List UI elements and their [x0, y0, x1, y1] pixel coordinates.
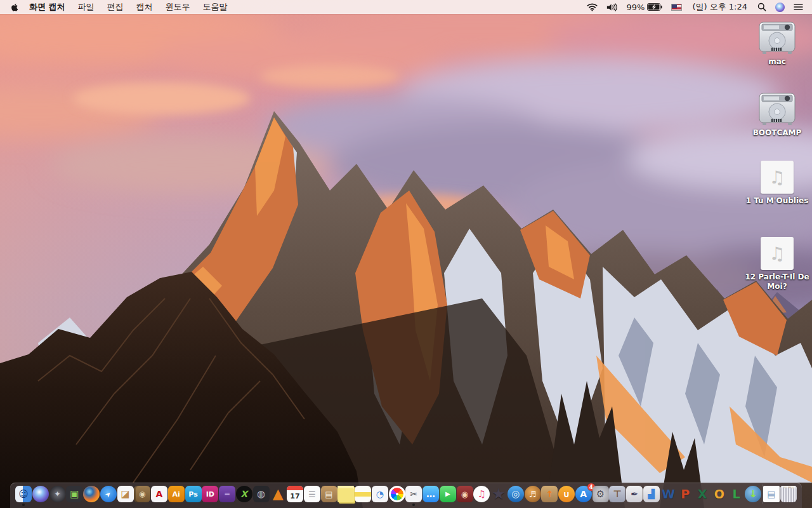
archive-box-glyph: ▤	[325, 490, 332, 498]
mission-control-icon[interactable]: ▣	[66, 486, 82, 502]
menu-app-name[interactable]: 화면 캡처	[23, 0, 72, 14]
facetime-icon[interactable]: ▶	[440, 486, 456, 502]
dock-divider	[762, 485, 763, 504]
app-store-icon[interactable]: A4	[575, 486, 592, 502]
menu-item-3[interactable]: 윈도우	[159, 2, 197, 11]
menu-item-1[interactable]: 편집	[101, 2, 130, 11]
photoshop-icon[interactable]: Ps	[185, 486, 202, 502]
launchpad-glyph: ✦	[54, 490, 60, 498]
xld-icon[interactable]: X	[236, 486, 252, 502]
spotlight-icon[interactable]	[755, 0, 769, 14]
word-icon[interactable]: W	[660, 486, 677, 502]
trash-icon[interactable]	[780, 486, 797, 502]
menu-item-4[interactable]: 도움말	[197, 2, 234, 11]
photoshop-glyph: Ps	[188, 491, 197, 498]
dock: ☺✦▣➤◪◉AAiPsID═X◍▲17☰▤◔✂…▶◉♫★◎♬↑∪A4⚙⊤✒▟WP…	[10, 483, 802, 508]
safari-icon[interactable]: ➤	[100, 486, 117, 502]
menu-item-0[interactable]: 파일	[72, 2, 101, 11]
acrobat-icon[interactable]: A	[151, 486, 167, 502]
xld-glyph: X	[240, 490, 247, 498]
reminders-icon[interactable]: ☰	[304, 486, 320, 502]
itunes-glyph: ♫	[478, 490, 486, 499]
battery-charging-icon	[647, 3, 662, 11]
calendar-icon[interactable]: 17	[287, 486, 303, 502]
powerpoint-glyph: P	[681, 488, 690, 500]
installer-icon[interactable]: ↑	[541, 486, 558, 502]
doc-file-icon[interactable]: ▤	[763, 486, 780, 502]
audio-file-icon: ♫	[761, 237, 794, 270]
downloader-glyph: ↓	[749, 490, 757, 499]
downloader-icon[interactable]: ↓	[745, 486, 761, 502]
archive-box-icon[interactable]: ▤	[321, 486, 337, 502]
photo-booth-glyph: ◉	[461, 490, 468, 498]
installer-glyph: ↑	[546, 490, 553, 498]
app-store-glyph: A	[580, 490, 587, 498]
iweb-icon[interactable]: ◔	[372, 486, 388, 502]
indesign-glyph: ID	[206, 491, 214, 498]
launchpad-icon[interactable]: ✦	[49, 486, 66, 502]
messages-glyph: …	[426, 490, 435, 498]
illustrator-icon[interactable]: Ai	[168, 486, 185, 502]
outlook-glyph: O	[714, 488, 724, 500]
notes-icon[interactable]	[355, 486, 371, 502]
audio-file-icon: ♫	[761, 161, 794, 194]
finder-icon[interactable]: ☺	[15, 486, 32, 502]
hard-drive-icon	[759, 93, 796, 126]
outlook-icon[interactable]: O	[711, 486, 728, 502]
vlc-icon[interactable]: ▲	[270, 486, 286, 502]
excel-glyph: X	[698, 488, 707, 500]
contacts-icon[interactable]: ◉	[134, 486, 150, 502]
photo-booth-icon[interactable]: ◉	[457, 486, 473, 502]
reminders-glyph: ☰	[308, 490, 316, 498]
wifi-icon[interactable]	[584, 0, 600, 14]
numbers-glyph: ▟	[648, 490, 655, 498]
ibooks-glyph: ∪	[563, 490, 570, 498]
desktop-icon-label: BOOTCAMP	[753, 128, 802, 138]
iweb-glyph: ◔	[376, 490, 384, 498]
powerpoint-icon[interactable]: P	[677, 486, 693, 502]
keynote-icon[interactable]: ⊤	[609, 486, 625, 502]
firefox-icon[interactable]	[83, 486, 100, 502]
battery-percent: 99%	[626, 3, 645, 12]
garageband-icon[interactable]: ♬	[525, 486, 541, 502]
mission-control-glyph: ▣	[70, 490, 79, 499]
volume-icon[interactable]	[604, 0, 620, 14]
system-prefs-icon[interactable]: ⚙	[593, 486, 609, 502]
itunes-icon[interactable]: ♫	[473, 486, 490, 502]
messages-icon[interactable]: …	[422, 486, 439, 502]
input-source-flag[interactable]	[669, 0, 684, 14]
screen-capture-icon[interactable]: ✂	[405, 486, 422, 502]
numbers-icon[interactable]: ▟	[643, 486, 660, 502]
desktop-icon-volume-bootcamp[interactable]: BOOTCAMP	[742, 93, 812, 138]
indesign-icon[interactable]: ID	[202, 486, 218, 502]
stickies-icon[interactable]	[337, 486, 354, 502]
contacts-glyph: ◉	[139, 490, 145, 498]
dvd-player-icon[interactable]: ◎	[508, 486, 524, 502]
pages-icon[interactable]: ✒	[626, 486, 643, 502]
notification-center-icon[interactable]	[791, 0, 806, 14]
photos-icon[interactable]	[389, 486, 405, 502]
menu-clock[interactable]: (일) 오후 1:24	[688, 1, 751, 13]
battery-indicator[interactable]: 99%	[624, 0, 665, 14]
imovie-icon[interactable]: ★	[490, 486, 507, 502]
preview-glyph: ◪	[121, 490, 129, 499]
illustrator-glyph: Ai	[173, 491, 180, 498]
pages-glyph: ✒	[631, 490, 638, 498]
apple-menu[interactable]	[6, 3, 23, 12]
disk-tool-icon[interactable]: ◍	[253, 486, 270, 502]
desktop-icon-audio-file-2[interactable]: ♫ 12 Parle-T-Il De Moi?	[742, 237, 812, 291]
preview-icon[interactable]: ◪	[117, 486, 134, 502]
system-prefs-glyph: ⚙	[596, 490, 605, 499]
toast-icon[interactable]: ═	[219, 486, 235, 502]
excel-icon[interactable]: X	[694, 486, 710, 502]
siri-icon[interactable]	[32, 486, 49, 502]
menu-item-2[interactable]: 캡처	[130, 2, 159, 11]
siri-icon[interactable]	[773, 0, 787, 14]
lync-icon[interactable]: L	[728, 486, 745, 502]
garageband-glyph: ♬	[529, 490, 537, 498]
safari-glyph: ➤	[104, 490, 113, 498]
ibooks-icon[interactable]: ∪	[558, 486, 575, 502]
desktop-icon-audio-file-1[interactable]: ♫ 1 Tu M'Oublies	[742, 161, 812, 206]
running-indicator	[22, 504, 25, 506]
desktop-icon-volume-mac[interactable]: mac	[742, 22, 812, 67]
